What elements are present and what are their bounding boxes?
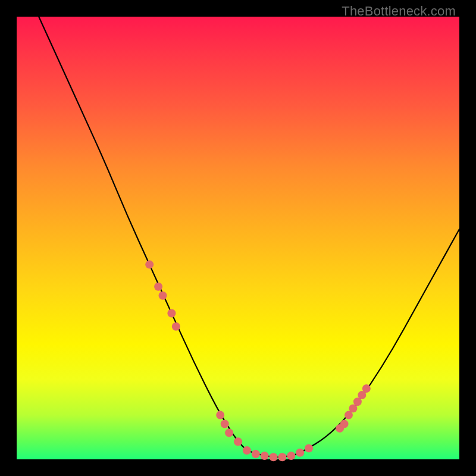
- chart-stage: TheBottleneck.com: [0, 0, 476, 476]
- curve-marker: [225, 428, 233, 437]
- curve-marker: [362, 384, 371, 393]
- curve-marker: [167, 309, 176, 318]
- watermark-text: TheBottleneck.com: [342, 4, 456, 19]
- curve-marker: [172, 322, 180, 331]
- curve-marker: [159, 292, 167, 300]
- marker-group: [145, 261, 371, 462]
- curve-marker: [270, 453, 278, 461]
- curve-marker: [305, 444, 313, 452]
- plot-area: [17, 17, 459, 459]
- curve-marker: [252, 450, 260, 458]
- curve-marker: [261, 452, 269, 460]
- curve-marker: [234, 437, 242, 446]
- curve-marker: [287, 452, 295, 460]
- curve-marker: [145, 261, 154, 269]
- curve-marker: [154, 283, 162, 291]
- curve-marker: [278, 453, 286, 461]
- bottleneck-curve: [39, 17, 459, 457]
- curve-marker: [243, 446, 251, 455]
- curve-marker: [296, 449, 304, 457]
- curve-marker: [340, 420, 349, 428]
- chart-svg: [17, 17, 459, 459]
- curve-marker: [216, 411, 224, 419]
- curve-marker: [221, 420, 229, 428]
